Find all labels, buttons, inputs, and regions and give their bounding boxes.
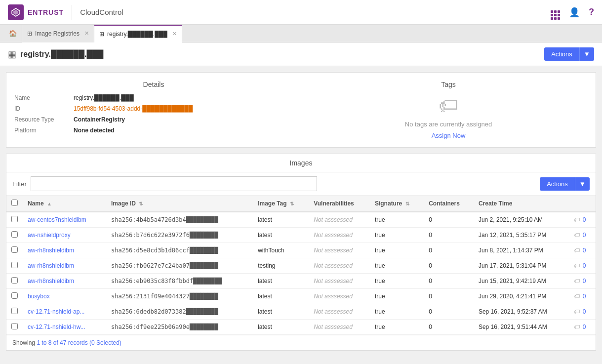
- th-image-tag[interactable]: Image Tag ⇅: [253, 196, 309, 212]
- row-image-tag-5: latest: [253, 289, 309, 304]
- images-table-container[interactable]: Name ▲ Image ID ⇅ Image Tag ⇅ Vulnerab: [6, 196, 596, 335]
- label-name: Name: [14, 94, 74, 101]
- table-row: aw-rh8nshieldibm sha256:eb9035c83f8fbbdf…: [6, 274, 596, 289]
- tags-panel: Tags 🏷 No tags are currently assigned As…: [301, 73, 596, 147]
- apps-icon[interactable]: [551, 5, 560, 20]
- tab-close-registry[interactable]: ✕: [172, 31, 177, 37]
- row-tag-count-6[interactable]: 0: [583, 308, 586, 315]
- filter-input[interactable]: [31, 176, 317, 191]
- row-tag-icon-1: 🏷: [574, 232, 580, 239]
- page-title: registry.██████.███: [20, 50, 103, 59]
- main-content: Details Name registry.██████.███ ID 15df…: [0, 66, 602, 357]
- row-tag-count-7[interactable]: 0: [583, 324, 586, 330]
- th-tags: [569, 196, 596, 212]
- row-signature-4: true: [370, 274, 424, 289]
- row-image-tag-1: latest: [253, 228, 309, 243]
- row-name-4: aw-rh8nshieldibm: [23, 274, 106, 289]
- row-name-link-1[interactable]: aw-nshieldproxy: [28, 232, 71, 239]
- tag-empty-icon: 🏷: [439, 94, 458, 117]
- row-image-tag-2: withTouch: [253, 243, 309, 258]
- images-actions-button[interactable]: Actions: [540, 177, 575, 191]
- row-checkbox-4[interactable]: [11, 277, 18, 283]
- row-name-link-4[interactable]: aw-rh8nshieldibm: [28, 278, 74, 284]
- row-name-link-0[interactable]: aw-centos7nshieldibm: [28, 216, 86, 223]
- row-name-3: aw-rh8nshieldibm: [23, 258, 106, 274]
- sort-signature-icon: ⇅: [405, 201, 409, 206]
- row-create-time-5: Jun 29, 2020, 4:21:41 PM: [474, 289, 569, 304]
- logo-text: ENTRUST: [28, 8, 64, 16]
- row-tag-count-4[interactable]: 0: [583, 278, 586, 284]
- row-vulnerabilities-1: Not asssessed: [309, 228, 370, 243]
- details-title: Details: [14, 81, 293, 88]
- logo-icon: [8, 4, 24, 20]
- row-checkbox-0[interactable]: [11, 216, 18, 222]
- th-image-id[interactable]: Image ID ⇅: [106, 196, 253, 212]
- row-checkbox-1[interactable]: [11, 231, 18, 238]
- table-footer: Showing 1 to 8 of 47 records (0 Selected…: [6, 335, 596, 350]
- row-tag-count-3[interactable]: 0: [583, 262, 586, 269]
- row-tag-count-0[interactable]: 0: [583, 216, 586, 223]
- row-checkbox-3[interactable]: [11, 262, 18, 268]
- row-checkbox-6[interactable]: [11, 308, 18, 314]
- row-checkbox-cell: [6, 304, 23, 320]
- row-tag-count-5[interactable]: 0: [583, 293, 586, 300]
- row-checkbox-5[interactable]: [11, 292, 18, 299]
- value-resource-type: ContainerRegistry: [74, 116, 125, 123]
- home-tab[interactable]: 🏠: [4, 25, 22, 42]
- row-checkbox-7[interactable]: [11, 323, 18, 329]
- row-name-link-2[interactable]: aw-rh8nshieldibm: [28, 247, 74, 254]
- actions-button[interactable]: Actions: [544, 47, 579, 61]
- tab-close-registries[interactable]: ✕: [84, 30, 89, 37]
- row-tag-count-1[interactable]: 0: [583, 232, 586, 239]
- row-name-1: aw-nshieldproxy: [23, 228, 106, 243]
- tab-registry-detail[interactable]: ⊞ registry.██████.███ ✕: [94, 25, 182, 42]
- assign-now-link[interactable]: Assign Now: [432, 132, 466, 139]
- nav-right: 👤 ?: [551, 5, 594, 20]
- th-image-id-label: Image ID: [111, 200, 136, 207]
- tab-label-registries: Image Registries: [35, 30, 80, 37]
- row-create-time-6: Sep 16, 2021, 9:52:37 AM: [474, 304, 569, 320]
- row-image-id-6: sha256:6dedb82d073382█████████: [106, 304, 253, 320]
- row-name-link-3[interactable]: aw-rh8nshieldibm: [28, 262, 74, 269]
- row-signature-5: true: [370, 289, 424, 304]
- row-tag-count-2[interactable]: 0: [583, 247, 586, 254]
- th-signature[interactable]: Signature ⇅: [370, 196, 424, 212]
- row-tag-icon-5: 🏷: [574, 293, 580, 300]
- row-tags-0: 🏷 0: [569, 212, 596, 228]
- app-name: CloudControl: [80, 8, 123, 16]
- row-create-time-2: Jun 8, 2021, 1:14:37 PM: [474, 243, 569, 258]
- row-checkbox-2[interactable]: [11, 246, 18, 253]
- table-row: busybox sha256:2131f09e4044327████████ l…: [6, 289, 596, 304]
- th-containers: Containers: [424, 196, 474, 212]
- row-name-7: cv-12.71-nshield-hw...: [23, 320, 106, 335]
- th-name[interactable]: Name ▲: [23, 196, 106, 212]
- select-all-checkbox[interactable]: [11, 200, 18, 206]
- tab-icon-registries: ⊞: [27, 30, 32, 37]
- row-tags-6: 🏷 0: [569, 304, 596, 320]
- th-image-tag-label: Image Tag: [258, 200, 286, 207]
- row-checkbox-cell: [6, 212, 23, 228]
- detail-resource-type: Resource Type ContainerRegistry: [14, 116, 293, 123]
- table-row: aw-rh8nshieldibm sha256:fb0627e7c24ba07█…: [6, 258, 596, 274]
- row-checkbox-cell: [6, 274, 23, 289]
- tab-image-registries[interactable]: ⊞ Image Registries ✕: [22, 25, 94, 42]
- row-name-link-6[interactable]: cv-12.71-nshield-ap...: [28, 308, 84, 315]
- row-tags-5: 🏷 0: [569, 289, 596, 304]
- tags-title: Tags: [441, 81, 456, 88]
- th-create-time-label: Create Time: [479, 200, 512, 207]
- tab-label-registry: registry.██████.███: [107, 31, 167, 38]
- row-containers-1: 0: [424, 228, 474, 243]
- images-actions-caret[interactable]: ▼: [575, 177, 590, 191]
- user-icon[interactable]: 👤: [569, 7, 580, 18]
- help-icon[interactable]: ?: [589, 7, 594, 17]
- th-containers-label: Containers: [429, 200, 460, 207]
- value-id[interactable]: 15dff98b-fd54-4503-addd-████████████: [74, 105, 193, 112]
- row-containers-3: 0: [424, 258, 474, 274]
- actions-caret[interactable]: ▼: [579, 47, 594, 61]
- row-tag-icon-0: 🏷: [574, 216, 580, 223]
- row-name-link-5[interactable]: busybox: [28, 293, 50, 300]
- row-name-link-7[interactable]: cv-12.71-nshield-hw...: [28, 324, 85, 330]
- table-row: aw-nshieldproxy sha256:b7d6c622e3972f6██…: [6, 228, 596, 243]
- row-create-time-0: Jun 2, 2021, 9:25:10 AM: [474, 212, 569, 228]
- detail-id: ID 15dff98b-fd54-4503-addd-████████████: [14, 105, 293, 112]
